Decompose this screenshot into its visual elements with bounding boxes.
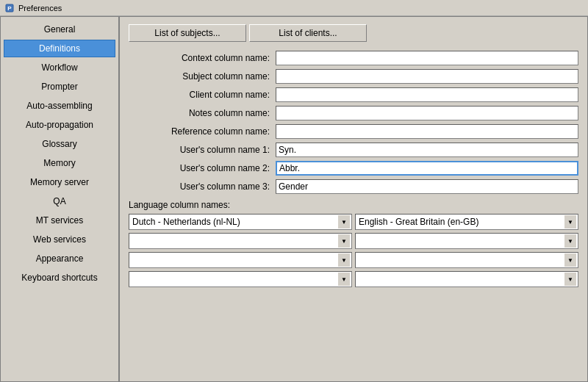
list-of-subjects-button[interactable]: List of subjects... bbox=[129, 24, 246, 42]
context-column-label: Context column name: bbox=[129, 53, 276, 63]
client-column-input[interactable] bbox=[276, 87, 578, 102]
lang-select-7[interactable] bbox=[129, 271, 352, 287]
window-title: Preferences bbox=[18, 4, 62, 12]
lang-select-1[interactable]: Dutch - Netherlands (nl-NL) bbox=[129, 214, 352, 230]
app-icon: P bbox=[4, 3, 15, 13]
lang-select-wrapper-1: Dutch - Netherlands (nl-NL) bbox=[129, 214, 352, 230]
sidebar-item-general[interactable]: General bbox=[4, 21, 115, 38]
sidebar: General Definitions Workflow Prompter Au… bbox=[1, 17, 120, 381]
sidebar-item-keyboard-shortcuts[interactable]: Keyboard shortcuts bbox=[4, 269, 115, 286]
context-column-row: Context column name: bbox=[129, 51, 578, 65]
user-col-2-input[interactable] bbox=[276, 161, 578, 176]
lang-empty-select-3 bbox=[129, 233, 352, 249]
reference-column-input[interactable] bbox=[276, 124, 578, 139]
lang-row-1: Dutch - Netherlands (nl-NL) English - Gr… bbox=[129, 214, 578, 230]
user-col-1-label: User's column name 1: bbox=[129, 145, 276, 155]
sidebar-item-prompter[interactable]: Prompter bbox=[4, 78, 115, 96]
client-column-label: Client column name: bbox=[129, 90, 276, 100]
user-col-3-label: User's column name 3: bbox=[129, 181, 276, 192]
reference-column-row: Reference column name: bbox=[129, 124, 578, 139]
sidebar-item-mt-services[interactable]: MT services bbox=[4, 212, 115, 229]
content-area: List of subjects... List of clients... C… bbox=[120, 17, 587, 381]
subject-column-input[interactable] bbox=[276, 69, 578, 84]
sidebar-item-workflow[interactable]: Workflow bbox=[4, 59, 115, 76]
sidebar-item-qa[interactable]: QA bbox=[4, 192, 115, 210]
sidebar-item-auto-assembling[interactable]: Auto-assembling bbox=[4, 97, 115, 115]
notes-column-row: Notes column name: bbox=[129, 106, 578, 120]
reference-column-label: Reference column name: bbox=[129, 126, 276, 137]
user-col-3-row: User's column name 3: bbox=[129, 179, 578, 194]
subject-column-row: Subject column name: bbox=[129, 69, 578, 84]
lang-select-3[interactable] bbox=[129, 233, 352, 249]
lang-empty-select-6 bbox=[355, 252, 578, 268]
lang-row-3 bbox=[129, 252, 578, 268]
lang-select-wrapper-2: English - Great Britain (en-GB) bbox=[355, 214, 578, 230]
lang-row-4 bbox=[129, 271, 578, 287]
sidebar-item-auto-propagation[interactable]: Auto-propagation bbox=[4, 116, 115, 134]
lang-select-8[interactable] bbox=[355, 271, 578, 287]
lang-select-4[interactable] bbox=[355, 233, 578, 249]
lang-empty-select-4 bbox=[355, 233, 578, 249]
user-col-1-input[interactable] bbox=[276, 143, 578, 157]
user-col-2-row: User's column name 2: bbox=[129, 161, 578, 176]
list-of-clients-button[interactable]: List of clients... bbox=[249, 24, 367, 42]
top-buttons-row: List of subjects... List of clients... bbox=[129, 24, 578, 42]
lang-select-6[interactable] bbox=[355, 252, 578, 268]
user-col-3-input[interactable] bbox=[276, 179, 578, 194]
client-column-row: Client column name: bbox=[129, 87, 578, 102]
sidebar-item-web-services[interactable]: Web services bbox=[4, 231, 115, 248]
lang-select-2[interactable]: English - Great Britain (en-GB) bbox=[355, 214, 578, 230]
notes-column-label: Notes column name: bbox=[129, 108, 276, 118]
sidebar-item-appearance[interactable]: Appearance bbox=[4, 250, 115, 267]
context-column-input[interactable] bbox=[276, 51, 578, 65]
notes-column-input[interactable] bbox=[276, 106, 578, 120]
lang-empty-select-8 bbox=[355, 271, 578, 287]
main-window: General Definitions Workflow Prompter Au… bbox=[0, 16, 588, 382]
subject-column-label: Subject column name: bbox=[129, 71, 276, 82]
user-col-2-label: User's column name 2: bbox=[129, 163, 276, 173]
lang-empty-select-5 bbox=[129, 252, 352, 268]
titlebar: P Preferences bbox=[0, 0, 588, 16]
sidebar-item-memory[interactable]: Memory bbox=[4, 154, 115, 172]
lang-row-2 bbox=[129, 233, 578, 249]
sidebar-item-definitions[interactable]: Definitions bbox=[4, 40, 115, 57]
lang-empty-select-7 bbox=[129, 271, 352, 287]
lang-select-5[interactable] bbox=[129, 252, 352, 268]
lang-section-label: Language column names: bbox=[129, 200, 578, 210]
user-col-1-row: User's column name 1: bbox=[129, 143, 578, 157]
svg-text:P: P bbox=[7, 5, 12, 12]
sidebar-item-memory-server[interactable]: Memory server bbox=[4, 173, 115, 191]
sidebar-item-glossary[interactable]: Glossary bbox=[4, 135, 115, 153]
